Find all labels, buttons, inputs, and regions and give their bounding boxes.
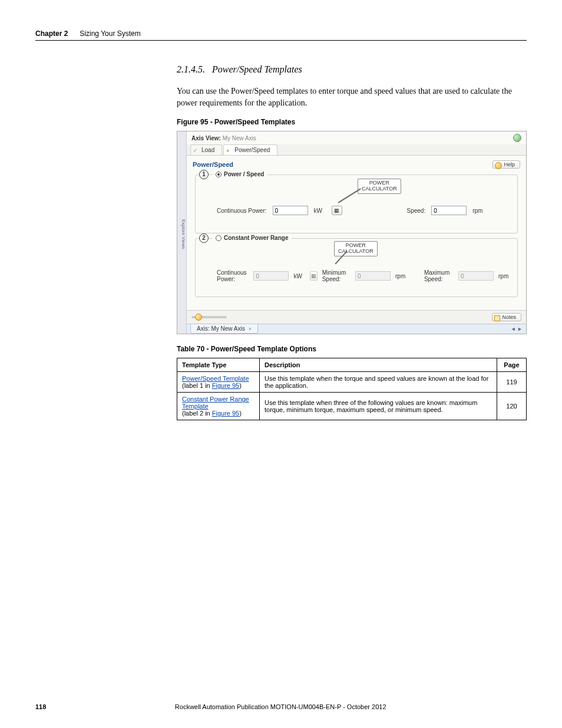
calculator-button-2[interactable]: ▦ xyxy=(310,271,317,281)
page-0: 119 xyxy=(497,372,527,393)
section-body: You can use the Power/Speed templates to… xyxy=(177,85,527,108)
chapter-label: Chapter 2 xyxy=(35,29,68,38)
tab-load[interactable]: Load xyxy=(190,144,222,155)
group-constant-power-legend: Constant Power Range xyxy=(212,235,292,241)
desc-1: Use this template when three of the foll… xyxy=(260,393,497,420)
continuous-power-input-2 xyxy=(253,271,289,281)
speed-unit: rpm xyxy=(472,207,484,214)
tab-load-label: Load xyxy=(201,147,214,153)
ref-suffix-0: ) xyxy=(239,382,242,389)
table-caption: Table 70 - Power/Speed Template Options xyxy=(177,345,527,353)
max-speed-label: Maximum Speed: xyxy=(424,269,454,282)
page-number: 118 xyxy=(35,703,46,710)
warning-dot-icon xyxy=(226,147,232,153)
running-header: Chapter 2 Sizing Your System xyxy=(35,29,527,41)
group-power-speed: 1 Power / Speed POWER CALCULATOR Continu… xyxy=(195,174,518,233)
max-speed-input xyxy=(458,271,494,281)
link-constant-power-range-template[interactable]: Constant Power Range Template xyxy=(182,396,249,410)
chapter-title: Sizing Your System xyxy=(80,29,140,38)
document-tab-strip: Axis: My New Axis × ◄ ► xyxy=(187,324,526,334)
radio-power-speed[interactable] xyxy=(216,172,222,177)
continuous-power-unit-2: kW xyxy=(293,273,305,279)
link-figure95-1[interactable]: Figure 95 xyxy=(212,410,239,417)
section-heading: 2.1.4.5. Power/Speed Templates xyxy=(177,64,527,75)
link-power-speed-template[interactable]: Power/Speed Template xyxy=(182,375,249,382)
speed-input[interactable] xyxy=(431,206,467,215)
axis-view-label: Axis View: xyxy=(191,135,221,141)
min-speed-label: Minimum Speed: xyxy=(322,269,351,282)
group-power-speed-legend: Power / Speed xyxy=(212,171,267,177)
table-row: Power/Speed Template (label 1 in Figure … xyxy=(177,372,527,393)
page-footer: 118 Rockwell Automation Publication MOTI… xyxy=(35,703,527,710)
desc-0: Use this template when the torque and sp… xyxy=(260,372,497,393)
ref-prefix-1: (label 2 in xyxy=(182,410,212,417)
slider-knob-icon[interactable] xyxy=(195,314,202,321)
axis-view-value: My New Axis xyxy=(223,135,256,141)
tab-nav-arrows[interactable]: ◄ ► xyxy=(511,326,523,332)
publication-info: Rockwell Automation Publication MOTION-U… xyxy=(175,703,386,710)
navigation-slider[interactable] xyxy=(191,316,227,318)
notes-button[interactable]: Notes xyxy=(492,313,521,321)
power-calculator-label-1: POWER CALCULATOR xyxy=(358,179,401,194)
page-1: 120 xyxy=(497,393,527,420)
max-speed-unit: rpm xyxy=(498,273,510,279)
group-power-speed-label: Power / Speed xyxy=(224,171,264,177)
continuous-power-label-1: Continuous Power: xyxy=(217,207,267,214)
help-button[interactable]: Help xyxy=(492,160,520,169)
axis-view-titlebar: Axis View: My New Axis xyxy=(187,131,526,144)
link-figure95-0[interactable]: Figure 95 xyxy=(212,382,239,389)
template-options-table: Template Type Description Page Power/Spe… xyxy=(177,358,527,420)
panel-title: Power/Speed xyxy=(193,161,233,168)
content-area: 2.1.4.5. Power/Speed Templates You can u… xyxy=(177,64,527,420)
th-page: Page xyxy=(497,358,527,372)
section-number: 2.1.4.5. xyxy=(177,64,205,74)
callout-line-1 xyxy=(338,188,361,203)
continuous-power-input-1[interactable] xyxy=(273,206,308,215)
figure-caption: Figure 95 - Power/Speed Templates xyxy=(177,118,527,126)
continuous-power-label-2: Continuous Power: xyxy=(217,269,249,282)
calculator-button-1[interactable]: ▦ xyxy=(332,206,342,215)
group-constant-power-label: Constant Power Range xyxy=(224,235,288,241)
explorer-sidebar[interactable]: Explore Views xyxy=(177,131,187,334)
power-calculator-label-2: POWER CALCULATOR xyxy=(334,241,378,256)
screenshot-figure: Explore Views Axis View: My New Axis Loa… xyxy=(177,131,527,334)
callout-1: 1 xyxy=(199,170,209,179)
document-tab-label: Axis: My New Axis xyxy=(197,325,245,332)
ref-suffix-1: ) xyxy=(239,410,242,417)
tab-power-speed-label: Power/Speed xyxy=(234,147,270,153)
close-tab-icon[interactable]: × xyxy=(249,326,252,332)
min-speed-input xyxy=(355,271,391,281)
th-template-type: Template Type xyxy=(177,358,260,372)
section-title: Power/Speed Templates xyxy=(212,64,302,74)
speed-label: Speed: xyxy=(407,207,426,214)
tab-strip: Load Power/Speed xyxy=(187,144,526,156)
callout-2: 2 xyxy=(199,233,209,243)
check-icon xyxy=(193,147,199,153)
ref-prefix-0: (label 1 in xyxy=(182,382,212,389)
context-help-icon[interactable] xyxy=(513,134,521,142)
continuous-power-unit-1: kW xyxy=(314,207,326,214)
group-constant-power-range: 2 Constant Power Range POWER CALCULATOR … xyxy=(195,238,518,297)
th-description: Description xyxy=(260,358,497,372)
radio-constant-power-range[interactable] xyxy=(216,235,222,241)
tab-power-speed[interactable]: Power/Speed xyxy=(223,144,277,155)
table-row: Constant Power Range Template (label 2 i… xyxy=(177,393,527,420)
document-tab-axis[interactable]: Axis: My New Axis × xyxy=(190,324,258,334)
panel-footer: Notes xyxy=(187,310,526,324)
min-speed-unit: rpm xyxy=(395,273,407,279)
